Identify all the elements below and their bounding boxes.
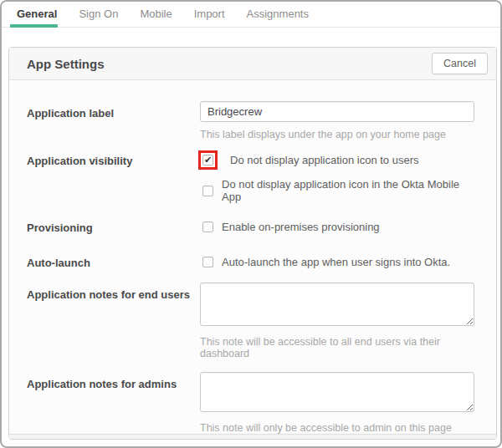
checkbox-line-hide-icon-users: ✔ Do not display application icon to use… (202, 154, 481, 166)
app-tab-bar: General Sign On Mobile Import Assignment… (2, 2, 500, 28)
application-visibility-label: Application visibility (27, 154, 200, 167)
application-label-input[interactable] (200, 101, 474, 122)
hide-icon-users-checkbox[interactable]: ✔ (202, 155, 213, 165)
form-row-notes-admins: Application notes for admins This note w… (27, 372, 481, 434)
form-row-application-visibility: Application visibility ✔ Do not display … (27, 154, 481, 203)
checkbox-line-auto-launch: Auto-launch the app when user signs into… (202, 256, 481, 268)
notes-admins-label: Application notes for admins (27, 372, 200, 390)
auto-launch-checkbox-label: Auto-launch the app when user signs into… (222, 256, 450, 268)
app-settings-panel: App Settings Cancel Application label Th… (8, 47, 497, 440)
app-settings-form: Application label This label displays un… (9, 80, 496, 434)
red-annotation-box: ✔ (198, 150, 218, 170)
provisioning-checkbox-label: Enable on-premises provisioning (222, 221, 380, 233)
notes-end-users-label: Application notes for end users (27, 283, 200, 301)
hide-icon-mobile-label: Do not display application icon in the O… (222, 178, 481, 203)
form-row-auto-launch: Auto-launch Auto-launch the app when use… (27, 256, 481, 269)
tab-assignments[interactable]: Assignments (247, 8, 309, 27)
panel-header: App Settings Cancel (9, 48, 496, 80)
tab-sign-on[interactable]: Sign On (79, 8, 118, 27)
application-label-help: This label displays under the app on you… (200, 129, 481, 140)
provisioning-label: Provisioning (27, 221, 200, 234)
notes-admins-textarea[interactable] (200, 372, 474, 412)
hide-icon-users-label: Do not display application icon to users (230, 154, 418, 166)
cancel-button[interactable]: Cancel (432, 53, 488, 74)
checkbox-line-hide-icon-mobile: Do not display application icon in the O… (202, 178, 481, 203)
panel-footer: Save (9, 434, 496, 440)
application-label-label: Application label (27, 101, 200, 120)
auto-launch-checkbox[interactable] (202, 257, 213, 267)
form-row-provisioning: Provisioning Enable on-premises provisio… (27, 221, 481, 234)
hide-icon-mobile-checkbox[interactable] (202, 186, 213, 196)
form-row-application-label: Application label This label displays un… (27, 101, 481, 140)
tab-import[interactable]: Import (194, 8, 225, 27)
panel-title: App Settings (27, 57, 105, 71)
provisioning-checkbox[interactable] (202, 221, 213, 232)
tab-mobile[interactable]: Mobile (140, 8, 172, 27)
notes-end-users-help: This note will be accessible to all end … (200, 336, 481, 359)
notes-end-users-textarea[interactable] (200, 283, 474, 326)
screenshot-frame: General Sign On Mobile Import Assignment… (0, 0, 502, 448)
active-tab-underline (10, 24, 58, 28)
checkbox-line-provisioning: Enable on-premises provisioning (202, 221, 481, 233)
auto-launch-label: Auto-launch (27, 256, 200, 269)
notes-admins-help: This note will only be accessible to adm… (200, 422, 481, 434)
form-row-notes-end-users: Application notes for end users This not… (27, 283, 481, 359)
checkmark-icon: ✔ (204, 155, 212, 165)
